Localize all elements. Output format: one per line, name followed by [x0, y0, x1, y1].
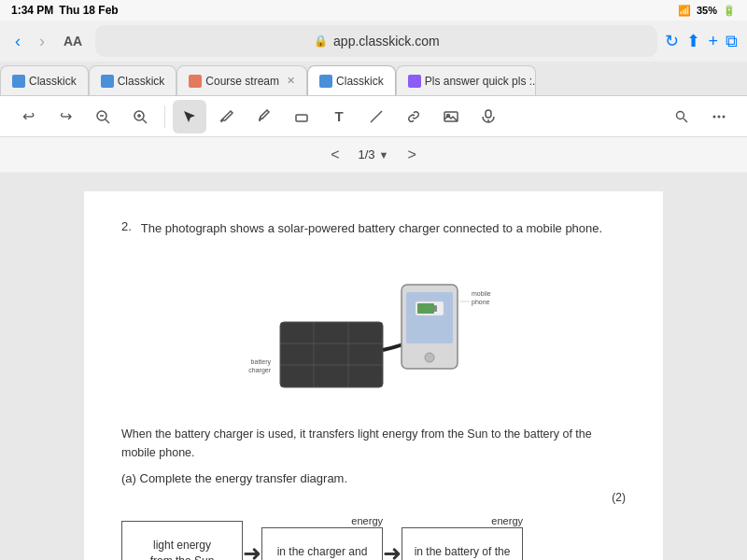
forward-button[interactable]: › — [34, 28, 50, 55]
tab-label-5: Pls answer quick pls :... — [425, 75, 536, 88]
svg-rect-9 — [296, 115, 307, 121]
score-label: (2) — [612, 491, 626, 504]
lock-icon: 🔒 — [314, 35, 328, 48]
next-page-button[interactable]: > — [400, 143, 423, 167]
more-button[interactable] — [702, 100, 736, 133]
status-bar: 1:34 PM Thu 18 Feb 📶 35% 🔋 — [0, 0, 747, 21]
diagram-area: battery charger cable mobile phone — [121, 257, 626, 406]
nav-actions: ↻ ⬆ + ⧉ — [665, 31, 738, 51]
tab-pls-answer[interactable]: Pls answer quick pls :... — [396, 65, 536, 95]
wifi-icon: 📶 — [678, 5, 691, 17]
svg-point-15 — [677, 111, 684, 119]
mic-tool-button[interactable] — [472, 100, 505, 133]
paragraph-text: When the battery charger is used, it tra… — [121, 425, 626, 462]
page-dropdown-button[interactable]: ▼ — [379, 149, 389, 161]
tab-favicon-1 — [12, 75, 25, 88]
tab-classkick-2[interactable]: Classkick — [89, 65, 177, 95]
energy-box-2-top-label: energy — [351, 515, 383, 526]
toolbar: ↩ ↪ T — [0, 96, 747, 137]
svg-line-6 — [143, 119, 147, 123]
toolbar-separator-1 — [164, 105, 165, 128]
battery-level: 35% — [697, 5, 717, 16]
tab-label-1: Classkick — [29, 75, 77, 88]
refresh-button[interactable]: ↻ — [665, 31, 679, 51]
nav-bar: ‹ › AA 🔒 app.classkick.com ↻ ⬆ + ⧉ — [0, 21, 747, 62]
page-content: 2. The photograph shows a solar-powered … — [84, 191, 663, 560]
battery-icon: 🔋 — [723, 5, 736, 17]
tab-classkick-1[interactable]: Classkick — [0, 65, 89, 95]
redo-button[interactable]: ↪ — [49, 100, 82, 133]
tab-favicon-2 — [101, 75, 114, 88]
cursor-tool-button[interactable] — [173, 100, 206, 133]
status-date: Thu 18 Feb — [59, 4, 118, 17]
zoom-in-button[interactable] — [123, 100, 157, 133]
svg-rect-20 — [280, 322, 383, 387]
svg-line-10 — [371, 111, 382, 122]
energy-box-1-line1: light energy — [153, 538, 211, 553]
energy-arrow-1: ➜ — [243, 540, 261, 560]
tab-favicon-5 — [408, 75, 421, 88]
browser-chrome: ‹ › AA 🔒 app.classkick.com ↻ ⬆ + ⧉ Class… — [0, 21, 747, 96]
tabs-button[interactable]: ⧉ — [726, 32, 738, 51]
text-tool-button[interactable]: T — [322, 100, 356, 133]
energy-box-3: in the battery of the mobile phone — [402, 527, 523, 561]
question-number: 2. — [121, 219, 132, 238]
svg-rect-32 — [434, 305, 437, 312]
reader-button[interactable]: AA — [58, 30, 88, 52]
tab-label-4: Classkick — [336, 75, 384, 88]
energy-box-2-line1: in the charger and — [277, 544, 368, 560]
energy-box-1: light energy from the Sun — [121, 521, 243, 560]
tab-label-3: Course stream — [205, 75, 279, 88]
question-2: 2. The photograph shows a solar-powered … — [121, 219, 626, 238]
zoom-out-button[interactable] — [86, 100, 120, 133]
energy-box-3-line1: in the battery of the — [415, 544, 511, 560]
energy-box-2-wrapper: energy in the charger and the cable — [261, 515, 383, 561]
svg-rect-31 — [417, 303, 434, 314]
pencil-tool-button[interactable] — [247, 100, 281, 133]
pen-tool-button[interactable] — [210, 100, 244, 133]
address-bar[interactable]: 🔒 app.classkick.com — [95, 25, 657, 57]
new-tab-button[interactable]: + — [708, 32, 718, 51]
energy-arrow-2: ➜ — [383, 540, 402, 560]
line-tool-button[interactable] — [359, 100, 393, 133]
svg-text:charger: charger — [248, 367, 271, 374]
prev-page-button[interactable]: < — [323, 143, 346, 167]
svg-line-2 — [106, 119, 109, 123]
svg-text:phone: phone — [472, 299, 490, 306]
svg-point-33 — [425, 353, 434, 362]
back-button[interactable]: ‹ — [9, 28, 26, 55]
url-text: app.classkick.com — [333, 34, 440, 49]
question-2-text: The photograph shows a solar-powered bat… — [141, 219, 602, 238]
solar-charger-diagram: battery charger cable mobile phone — [243, 257, 504, 406]
svg-rect-29 — [406, 292, 453, 343]
search-button[interactable] — [665, 100, 698, 133]
eraser-tool-button[interactable] — [285, 100, 318, 133]
svg-line-7 — [221, 119, 223, 122]
tab-classkick-3[interactable]: Classkick — [307, 65, 396, 95]
svg-point-19 — [723, 115, 726, 118]
tab-favicon-3 — [189, 75, 202, 88]
svg-text:mobile: mobile — [472, 290, 491, 297]
tab-label-2: Classkick — [118, 75, 165, 88]
svg-point-17 — [713, 115, 716, 118]
energy-box-1-line2: from the Sun — [150, 553, 215, 560]
undo-button[interactable]: ↩ — [11, 100, 45, 133]
page-current: 1/3 — [359, 147, 375, 161]
image-tool-button[interactable] — [434, 100, 468, 133]
svg-text:battery: battery — [251, 358, 272, 366]
status-time: 1:34 PM — [11, 4, 53, 17]
link-tool-button[interactable] — [397, 100, 430, 133]
svg-point-18 — [718, 115, 721, 118]
tab-course-stream[interactable]: Course stream ✕ — [176, 65, 307, 95]
tab-close-3[interactable]: ✕ — [287, 75, 295, 87]
energy-box-2: in the charger and the cable — [261, 527, 383, 561]
energy-box-3-top-label: energy — [491, 515, 523, 526]
svg-line-16 — [684, 119, 687, 122]
tab-favicon-4 — [319, 75, 332, 88]
svg-line-8 — [260, 117, 261, 121]
energy-box-3-wrapper: energy in the battery of the mobile phon… — [402, 515, 523, 561]
share-button[interactable]: ⬆ — [686, 31, 700, 51]
energy-transfer-diagram: light energy from the Sun ➜ energy in th… — [121, 515, 626, 561]
page-indicator: 1/3 ▼ — [359, 147, 389, 161]
sub-question-a: (a) Complete the energy transfer diagram… — [121, 471, 626, 485]
